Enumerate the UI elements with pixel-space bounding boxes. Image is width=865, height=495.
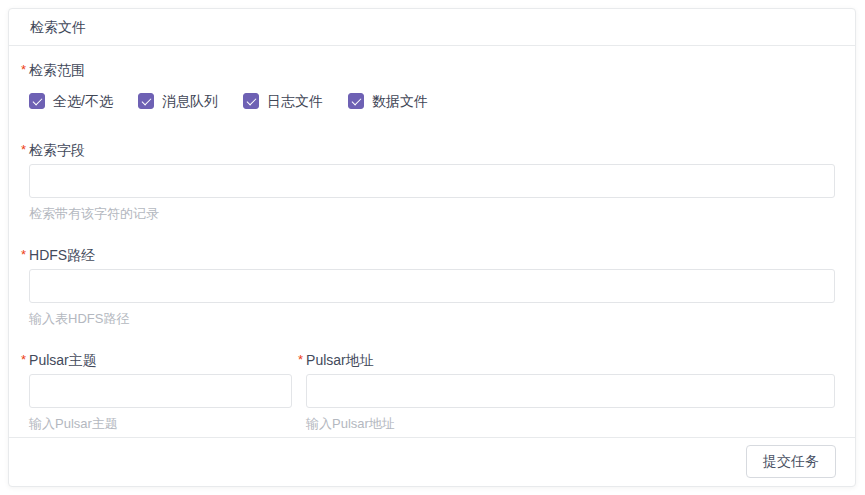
form-item-pulsar-address: *Pulsar地址 输入Pulsar地址 <box>306 350 835 433</box>
form-item-search-field: *检索字段 检索带有该字符的记录 <box>29 140 835 223</box>
hdfs-path-input[interactable] <box>29 269 835 303</box>
search-field-input[interactable] <box>29 164 835 198</box>
checkbox-log-file[interactable]: 日志文件 <box>243 91 323 111</box>
pulsar-address-hint: 输入Pulsar地址 <box>306 415 835 433</box>
search-scope-checkbox-group: 全选/不选 消息队列 日志文件 数据文件 <box>29 91 835 111</box>
checkbox-checked-icon <box>243 93 259 109</box>
required-asterisk: * <box>298 352 303 367</box>
hdfs-path-hint: 输入表HDFS路径 <box>29 310 835 328</box>
panel-footer: 提交任务 <box>9 437 855 486</box>
form-item-hdfs-path: *HDFS路经 输入表HDFS路径 <box>29 245 835 328</box>
pulsar-address-label: *Pulsar地址 <box>298 350 835 370</box>
panel-header: 检索文件 <box>9 9 855 46</box>
required-asterisk: * <box>21 352 26 367</box>
pulsar-topic-label: *Pulsar主题 <box>21 350 292 370</box>
search-field-label: *检索字段 <box>21 140 835 160</box>
search-scope-label: *检索范围 <box>21 60 835 80</box>
checkbox-label: 数据文件 <box>372 91 428 111</box>
required-asterisk: * <box>21 247 26 262</box>
checkbox-data-file[interactable]: 数据文件 <box>348 91 428 111</box>
hdfs-path-label: *HDFS路经 <box>21 245 835 265</box>
pulsar-address-input[interactable] <box>306 374 835 408</box>
pulsar-topic-hint: 输入Pulsar主题 <box>29 415 292 433</box>
checkbox-checked-icon <box>348 93 364 109</box>
search-field-hint: 检索带有该字符的记录 <box>29 205 835 223</box>
form-item-pulsar-topic: *Pulsar主题 输入Pulsar主题 <box>29 350 292 433</box>
checkbox-label: 全选/不选 <box>53 91 113 111</box>
checkbox-select-all[interactable]: 全选/不选 <box>29 91 113 111</box>
pulsar-topic-input[interactable] <box>29 374 292 408</box>
required-asterisk: * <box>21 62 26 77</box>
submit-task-button[interactable]: 提交任务 <box>746 445 836 478</box>
checkbox-label: 消息队列 <box>162 91 218 111</box>
search-file-panel: 检索文件 *检索范围 全选/不选 消息队列 日志文件 <box>8 8 856 487</box>
checkbox-message-queue[interactable]: 消息队列 <box>138 91 218 111</box>
checkbox-checked-icon <box>138 93 154 109</box>
checkbox-checked-icon <box>29 93 45 109</box>
required-asterisk: * <box>21 142 26 157</box>
checkbox-label: 日志文件 <box>267 91 323 111</box>
pulsar-row: *Pulsar主题 输入Pulsar主题 *Pulsar地址 输入Pulsar地… <box>29 350 835 437</box>
form-item-search-scope: *检索范围 全选/不选 消息队列 日志文件 数据文件 <box>29 60 835 111</box>
panel-title: 检索文件 <box>30 19 86 35</box>
search-form: *检索范围 全选/不选 消息队列 日志文件 数据文件 <box>9 46 855 437</box>
